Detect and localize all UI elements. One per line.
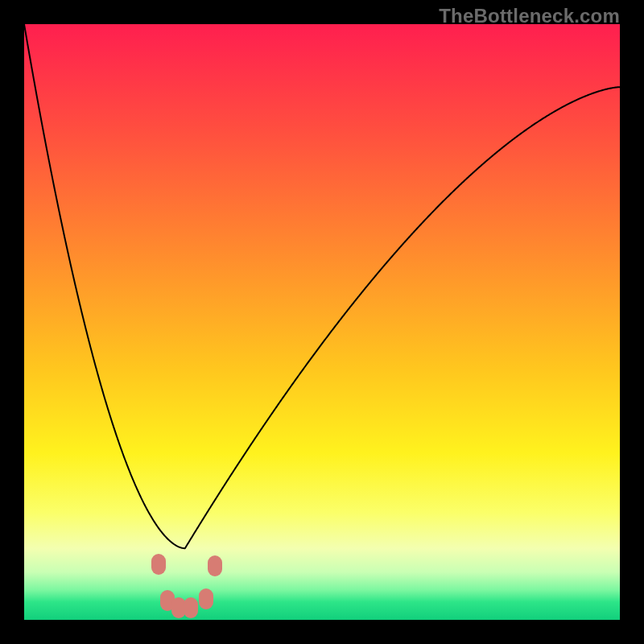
curve-marker [208,555,222,576]
bottleneck-curve [24,24,620,620]
plot-area [24,24,620,620]
curve-marker [199,588,213,609]
curve-marker [184,597,198,618]
chart-frame: TheBottleneck.com [0,0,644,644]
curve-marker [151,554,166,575]
watermark-text: TheBottleneck.com [439,5,620,27]
